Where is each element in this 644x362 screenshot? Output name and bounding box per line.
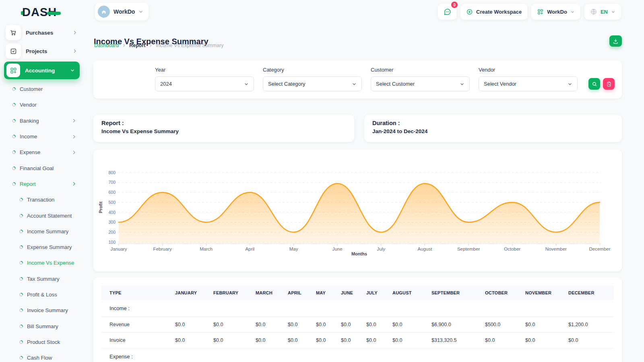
sidebar-item-label: Vendor <box>20 102 76 108</box>
sidebar-item-transaction[interactable]: Transaction <box>0 192 84 208</box>
donut-bullet-icon <box>19 292 23 297</box>
sidebar: DASH PurchasesProjectsAccountingCustomer… <box>0 0 84 362</box>
cell-value: $0.0 <box>175 317 213 333</box>
svg-text:400: 400 <box>108 210 116 215</box>
cell-value: $1,200.0 <box>568 317 614 333</box>
cell-value: $0.0 <box>288 333 316 348</box>
cell-value: $0.0 <box>485 333 525 348</box>
sidebar-item-tax-summary[interactable]: Tax Summary <box>0 271 84 287</box>
svg-text:June: June <box>332 247 343 251</box>
sidebar-item-label: Projects <box>26 48 72 54</box>
sidebar-item-financial-goal[interactable]: Financial Goal <box>0 160 84 176</box>
filter-group-vendor: Vendor Select Vendor <box>479 67 578 91</box>
year-value: 2024 <box>160 81 172 87</box>
breadcrumb-report[interactable]: Report <box>129 43 145 48</box>
sidebar-item-label: Financial Goal <box>20 165 76 171</box>
download-report-button[interactable] <box>609 35 622 47</box>
messages-button[interactable]: 0 <box>438 4 456 20</box>
sidebar-item-expense[interactable]: Expense <box>0 144 84 160</box>
sidebar-item-income-vs-expense[interactable]: Income Vs Expense <box>0 255 84 271</box>
donut-bullet-icon <box>19 277 23 281</box>
svg-text:700: 700 <box>108 180 116 185</box>
sidebar-item-expense-summary[interactable]: Expense Summary <box>0 239 84 255</box>
sidebar-item-label: Transaction <box>27 197 76 203</box>
column-header-september: SEPTEMBER <box>431 286 485 300</box>
workspace-avatar <box>98 6 110 18</box>
vendor-select[interactable]: Select Vendor <box>479 76 578 91</box>
sidebar-item-bill-summary[interactable]: Bill Summary <box>0 318 84 334</box>
sidebar-item-projects[interactable]: Projects <box>0 42 84 60</box>
chevron-down-icon <box>352 82 357 86</box>
workspace-switcher[interactable]: WorkDo <box>95 3 149 21</box>
chevron-right-icon <box>72 118 76 123</box>
sidebar-item-label: Cash Flow <box>27 355 76 361</box>
cell-value: $313,320.5 <box>431 333 485 348</box>
sidebar-item-accounting[interactable]: Accounting <box>4 62 80 79</box>
chevron-down-icon <box>138 9 143 14</box>
sidebar-item-purchases[interactable]: Purchases <box>0 23 84 42</box>
sidebar-item-label: Customer <box>20 86 76 92</box>
year-select[interactable]: 2024 <box>155 76 254 91</box>
svg-text:600: 600 <box>108 190 116 195</box>
sidebar-item-label: Income Summary <box>27 228 76 234</box>
apply-filter-button[interactable] <box>588 78 600 90</box>
app-logo[interactable]: DASH <box>21 6 61 19</box>
category-value: Select Category <box>268 81 305 87</box>
column-header-december: DECEMBER <box>568 286 614 300</box>
create-workspace-button[interactable]: Create Workspace <box>460 4 527 20</box>
column-header-type: TYPE <box>101 286 175 300</box>
chevron-right-icon <box>72 30 77 35</box>
customer-value: Select Customer <box>376 81 415 87</box>
chevron-right-icon <box>149 43 153 47</box>
report-value: Income Vs Expense Summary <box>101 128 346 134</box>
sidebar-item-customer[interactable]: Customer <box>0 81 84 97</box>
sidebar-item-invoice-summary[interactable]: Invoice Summary <box>0 302 84 318</box>
sidebar-item-income-summary[interactable]: Income Summary <box>0 224 84 239</box>
donut-bullet-icon <box>19 261 23 265</box>
language-selector[interactable]: EN <box>584 4 621 20</box>
donut-bullet-icon <box>19 356 23 360</box>
chevron-down-icon <box>70 68 75 73</box>
sidebar-item-income[interactable]: Income <box>0 129 84 144</box>
sidebar-menu: PurchasesProjectsAccountingCustomerVendo… <box>0 23 84 362</box>
reset-filter-button[interactable] <box>603 78 615 90</box>
table-header-row: TYPEJANUARYFEBRUARYMARCHAPRILMAYJUNEJULY… <box>101 286 614 300</box>
column-header-august: AUGUST <box>392 286 431 300</box>
cell-value: $500.0 <box>485 317 525 333</box>
sidebar-item-account-statement[interactable]: Account Statement <box>0 208 84 223</box>
sidebar-item-label: Expense Summary <box>27 244 76 250</box>
donut-bullet-icon <box>12 182 16 186</box>
section-label: Expense : <box>101 348 614 362</box>
breadcrumb-current: Income Vs Expense Summary <box>156 43 223 48</box>
svg-text:February: February <box>153 247 172 251</box>
column-header-june: JUNE <box>341 286 366 300</box>
sidebar-item-product-stock[interactable]: Product Stock <box>0 334 84 350</box>
sidebar-item-report[interactable]: Report <box>0 176 84 192</box>
profit-area-chart: 100200300400500600700800JanuaryFebruaryM… <box>93 150 622 272</box>
chat-badge: 0 <box>451 2 458 8</box>
breadcrumb-dashboard[interactable]: Dashboard <box>94 43 119 48</box>
sidebar-item-cash-flow[interactable]: Cash Flow <box>0 350 84 362</box>
customer-select[interactable]: Select Customer <box>371 76 470 91</box>
row-type: Revenue <box>101 317 175 333</box>
svg-text:September: September <box>457 247 480 251</box>
filter-card: Year 2024 Category Select Category Custo… <box>93 60 622 99</box>
category-select[interactable]: Select Category <box>263 76 362 91</box>
cell-value: $0.0 <box>341 333 366 348</box>
donut-bullet-icon <box>12 150 16 154</box>
donut-bullet-icon <box>19 324 23 329</box>
workdo-apps-button[interactable]: WorkDo <box>531 4 580 20</box>
customer-label: Customer <box>371 67 470 73</box>
profit-chart-card: 100200300400500600700800JanuaryFebruaryM… <box>93 150 622 272</box>
column-header-may: MAY <box>316 286 341 300</box>
donut-bullet-icon <box>12 134 16 139</box>
globe-icon <box>590 8 597 15</box>
column-header-november: NOVEMBER <box>525 286 568 300</box>
cell-value: $0.0 <box>392 333 431 348</box>
sidebar-item-banking[interactable]: Banking <box>0 113 84 129</box>
sidebar-item-label: Report <box>20 181 72 187</box>
plus-circle-icon <box>466 8 473 15</box>
sidebar-item-vendor[interactable]: Vendor <box>0 97 84 113</box>
cell-value: $0.0 <box>175 333 213 348</box>
sidebar-item-profit-loss[interactable]: Profit & Loss <box>0 287 84 302</box>
